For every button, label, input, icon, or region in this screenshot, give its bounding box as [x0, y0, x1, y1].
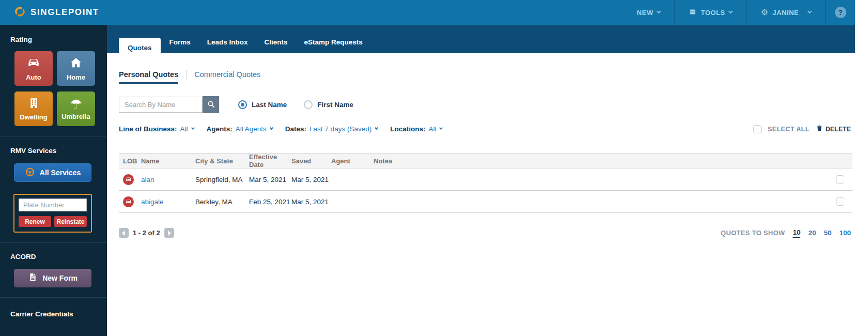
pager: 1 - 2 of 2 [119, 228, 174, 238]
home-icon [69, 56, 83, 72]
row-checkbox[interactable] [836, 175, 844, 184]
agents-filter: Agents: All Agents [207, 125, 273, 133]
column-header-effective-date: Effective Date [249, 153, 291, 169]
rmv-services-heading: RMV Services [10, 147, 107, 155]
singlepoint-logo[interactable]: SINGLEPOINT [0, 0, 99, 25]
previous-page-button[interactable] [119, 228, 129, 238]
car-icon [26, 56, 41, 72]
search-row: Last Name First Name [119, 96, 853, 113]
tab-clients[interactable]: Clients [257, 34, 296, 53]
all-services-button[interactable]: All Services [14, 163, 91, 182]
chevron-down-icon [729, 9, 733, 13]
tab-leads-inbox[interactable]: Leads Inbox [199, 34, 256, 53]
chevron-down-icon [270, 126, 273, 130]
chevron-down-icon [375, 126, 378, 130]
quotes-to-show-label: QUOTES TO SHOW [721, 229, 785, 237]
filter-value: All [180, 125, 188, 133]
radio-unselected-icon [304, 100, 313, 109]
auto-rating-tile[interactable]: Auto [14, 51, 53, 86]
subtab-personal-quotes[interactable]: Personal Quotes [119, 70, 178, 84]
reinstate-button[interactable]: Reinstate [54, 216, 87, 227]
cell-saved-date: Mar 5, 2021 [291, 176, 331, 184]
quotes-per-page-50[interactable]: 50 [824, 229, 831, 237]
chevron-down-icon [439, 126, 443, 130]
cell-effective-date: Mar 5, 2021 [249, 176, 291, 184]
acord-heading: ACORD [10, 253, 107, 261]
column-header-notes: Notes [374, 157, 830, 165]
tools-menu-label: TOOLS [701, 9, 725, 17]
quote-name-link[interactable]: alan [141, 176, 154, 184]
line-of-business-dropdown[interactable]: All [180, 125, 194, 133]
search-icon [207, 100, 215, 110]
filter-label: Line of Business: [119, 125, 177, 133]
sidebar-divider [0, 242, 107, 243]
new-form-label: New Form [42, 274, 78, 282]
document-icon [28, 272, 38, 284]
radio-selected-icon [238, 100, 247, 109]
agents-dropdown[interactable]: All Agents [236, 125, 273, 133]
home-rating-tile[interactable]: Home [57, 51, 95, 86]
subtab-commercial-quotes[interactable]: Commercial Quotes [194, 70, 260, 79]
filter-value: Last 7 days (Saved) [309, 125, 371, 133]
user-menu[interactable]: ⚙ JANINE [746, 0, 825, 25]
filter-value: All [428, 125, 436, 133]
column-header-city-state: City & State [195, 157, 249, 165]
brand-title: SINGLEPOINT [30, 7, 99, 18]
tools-menu[interactable]: TOOLS [674, 0, 746, 25]
select-all-checkbox[interactable] [753, 125, 762, 133]
subtab-divider [186, 70, 187, 79]
arrow-right-icon [168, 231, 171, 236]
row-checkbox[interactable] [836, 197, 844, 206]
chevron-down-icon [657, 9, 661, 13]
search-button[interactable] [203, 96, 219, 113]
tab-forms[interactable]: Forms [162, 34, 198, 53]
help-button[interactable]: ? [825, 0, 855, 25]
toolbox-icon [689, 8, 696, 17]
new-menu[interactable]: NEW [623, 0, 675, 25]
locations-dropdown[interactable]: All [428, 125, 442, 133]
column-header-lob: LOB [123, 157, 141, 165]
last-name-radio[interactable]: Last Name [238, 100, 287, 109]
auto-lob-icon [123, 174, 134, 185]
dates-dropdown[interactable]: Last 7 days (Saved) [309, 125, 378, 133]
tab-quotes[interactable]: Quotes [119, 38, 161, 58]
sidebar-divider [0, 297, 107, 298]
filter-label: Agents: [207, 125, 233, 133]
table-row: alan Springfield, MA Mar 5, 2021 Mar 5, … [119, 169, 853, 191]
singlepoint-app: SINGLEPOINT NEW TOOLS ⚙ JANINE [0, 0, 855, 336]
pagination-row: 1 - 2 of 2 QUOTES TO SHOW 10 20 50 100 [119, 228, 853, 238]
filter-row: Line of Business: All Agents: All Agents [119, 125, 853, 133]
quote-name-link[interactable]: abigale [141, 198, 164, 206]
tile-label: Dwelling [20, 113, 47, 121]
delete-button[interactable]: DELETE [816, 125, 851, 133]
first-name-radio[interactable]: First Name [304, 100, 353, 109]
tile-label: Umbrella [61, 113, 90, 120]
rating-heading: Rating [10, 25, 107, 43]
umbrella-rating-tile[interactable]: ☂ Umbrella [57, 91, 95, 126]
next-page-button[interactable] [164, 228, 174, 238]
quotes-per-page-20[interactable]: 20 [808, 229, 816, 237]
plate-lookup-panel: Renew Reinstate [13, 194, 92, 233]
quotes-per-page-100[interactable]: 100 [839, 229, 851, 237]
gear-icon: ⚙ [761, 8, 768, 17]
new-form-button[interactable]: New Form [14, 269, 91, 287]
user-menu-label: JANINE [772, 9, 799, 17]
name-search-radios: Last Name First Name [238, 100, 353, 109]
new-menu-label: NEW [637, 9, 654, 17]
steering-wheel-icon [25, 167, 35, 179]
help-icon: ? [835, 7, 846, 18]
dwelling-rating-tile[interactable]: Dwelling [14, 91, 53, 126]
singlepoint-swirl-icon [14, 6, 26, 20]
auto-lob-icon [123, 196, 134, 207]
cell-city-state: Berkley, MA [195, 198, 249, 206]
tile-label: Home [67, 73, 85, 81]
trash-icon [816, 125, 823, 133]
line-of-business-filter: Line of Business: All [119, 125, 194, 133]
search-input[interactable] [119, 97, 203, 113]
quotes-per-page-10[interactable]: 10 [793, 228, 800, 238]
select-all-label[interactable]: SELECT ALL [768, 126, 810, 133]
tab-estamp-requests[interactable]: eStamp Requests [297, 34, 370, 53]
renew-button[interactable]: Renew [19, 216, 51, 227]
plate-number-input[interactable] [19, 198, 87, 211]
rating-tiles: Auto Home Dwelling [14, 51, 107, 126]
